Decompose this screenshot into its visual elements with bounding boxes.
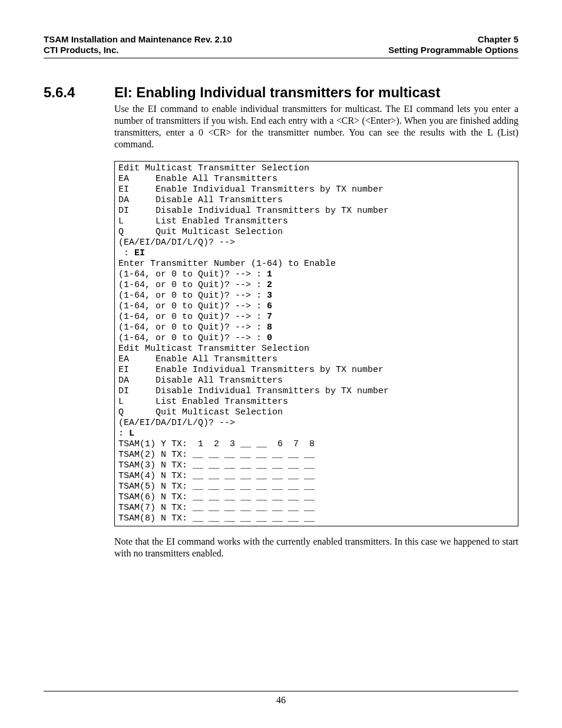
code-line: TSAM(7) N TX: __ __ __ __ __ __ __ __ — [118, 503, 315, 513]
code-line: Edit Multicast Transmitter Selection — [118, 163, 309, 173]
code-line: L List Enabled Transmitters — [118, 216, 288, 226]
user-input: EI — [134, 248, 145, 258]
code-line: DI Disable Individual Transmitters by TX… — [118, 386, 389, 396]
user-input: 2 — [267, 280, 272, 290]
code-line: DI Disable Individual Transmitters by TX… — [118, 206, 389, 216]
user-input: 1 — [267, 269, 272, 279]
code-line: Edit Multicast Transmitter Selection — [118, 344, 309, 354]
code-line: EI Enable Individual Transmitters by TX … — [118, 185, 384, 195]
code-line: TSAM(8) N TX: __ __ __ __ __ __ __ __ — [118, 513, 315, 523]
section-title: EI: Enabling Individual transmitters for… — [114, 84, 440, 101]
terminal-output: Edit Multicast Transmitter Selection EA … — [114, 161, 518, 526]
user-input: 7 — [267, 312, 272, 322]
code-line: (1-64, or 0 to Quit)? --> : — [118, 291, 267, 301]
user-input: 6 — [267, 301, 272, 311]
code-line: : — [118, 429, 129, 439]
code-line: Enter Transmitter Number (1-64) to Enabl… — [118, 259, 336, 269]
section-number: 5.6.4 — [44, 84, 114, 101]
code-line: (1-64, or 0 to Quit)? --> : — [118, 322, 267, 332]
code-line: EI Enable Individual Transmitters by TX … — [118, 365, 384, 375]
header-right-2: Setting Programmable Options — [388, 45, 518, 55]
user-input: 3 — [267, 291, 272, 301]
code-line: TSAM(2) N TX: __ __ __ __ __ __ __ __ — [118, 450, 315, 460]
page-footer: 46 — [0, 691, 562, 706]
code-line: (EA/EI/DA/DI/L/Q)? --> — [118, 418, 235, 428]
code-line: TSAM(3) N TX: __ __ __ __ __ __ __ __ — [118, 460, 315, 470]
code-line: Q Quit Multicast Selection — [118, 227, 283, 237]
code-line: TSAM(6) N TX: __ __ __ __ __ __ __ __ — [118, 492, 315, 502]
user-input: 8 — [267, 322, 272, 332]
code-line: EA Enable All Transmitters — [118, 174, 277, 184]
header-row-2: CTI Products, Inc. Setting Programmable … — [44, 45, 518, 55]
header-left-1: TSAM Installation and Maintenance Rev. 2… — [44, 34, 232, 45]
footer-rule — [44, 691, 518, 691]
header-left-2: CTI Products, Inc. — [44, 45, 119, 55]
code-line: TSAM(5) N TX: __ __ __ __ __ __ __ __ — [118, 482, 315, 492]
section-heading: 5.6.4 EI: Enabling Individual transmitte… — [44, 84, 518, 101]
code-line: (1-64, or 0 to Quit)? --> : — [118, 333, 267, 343]
code-line: Q Quit Multicast Selection — [118, 407, 283, 417]
closing-note: Note that the EI command works with the … — [114, 536, 518, 559]
code-line: DA Disable All Transmitters — [118, 375, 283, 386]
header-row-1: TSAM Installation and Maintenance Rev. 2… — [44, 34, 518, 45]
code-line: L List Enabled Transmitters — [118, 397, 288, 407]
code-line: DA Disable All Transmitters — [118, 195, 283, 205]
code-line: TSAM(1) Y TX: 1 2 3 __ __ 6 7 8 — [118, 439, 315, 449]
user-input: L — [129, 429, 134, 439]
page-number: 46 — [276, 695, 286, 705]
user-input: 0 — [267, 333, 272, 343]
code-line: (1-64, or 0 to Quit)? --> : — [118, 312, 267, 322]
header-rule — [44, 58, 518, 58]
code-line: (1-64, or 0 to Quit)? --> : — [118, 269, 267, 279]
code-line: (1-64, or 0 to Quit)? --> : — [118, 301, 267, 311]
code-line: TSAM(4) N TX: __ __ __ __ __ __ __ __ — [118, 471, 315, 481]
code-line: (1-64, or 0 to Quit)? --> : — [118, 280, 267, 290]
header-right-1: Chapter 5 — [478, 34, 518, 45]
code-line: EA Enable All Transmitters — [118, 354, 277, 364]
intro-paragraph: Use the EI command to enable individual … — [114, 103, 518, 150]
code-line: : — [118, 248, 134, 258]
code-line: (EA/EI/DA/DI/L/Q)? --> — [118, 238, 235, 248]
